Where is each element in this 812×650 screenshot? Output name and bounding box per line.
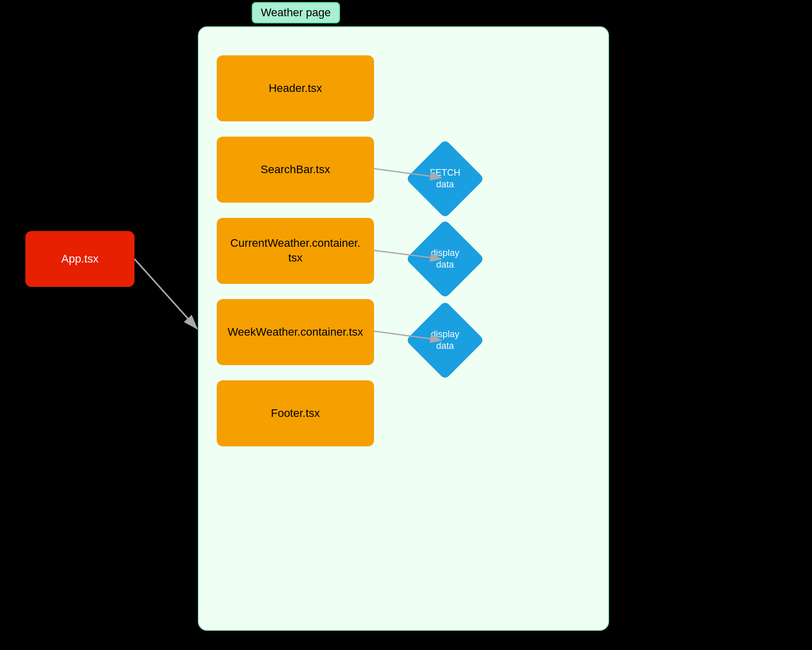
diagram-container: Weather page Header.tsx SearchBar.tsx Cu… xyxy=(0,0,812,650)
display-data-diamond-2: display data xyxy=(417,312,473,368)
svg-line-1 xyxy=(134,259,197,329)
fetch-data-diamond: FETCH data xyxy=(417,151,473,207)
weather-page-tab[interactable]: Weather page xyxy=(252,2,340,23)
app-tsx-box[interactable]: App.tsx xyxy=(25,231,134,287)
week-weather-component-box[interactable]: WeekWeather.container.tsx xyxy=(217,299,374,365)
current-weather-component-box[interactable]: CurrentWeather.container. tsx xyxy=(217,218,374,284)
header-component-box[interactable]: Header.tsx xyxy=(217,55,374,121)
footer-component-box[interactable]: Footer.tsx xyxy=(217,380,374,446)
searchbar-component-box[interactable]: SearchBar.tsx xyxy=(217,137,374,203)
weather-page-panel: Header.tsx SearchBar.tsx CurrentWeather.… xyxy=(198,26,609,631)
display-data-diamond-1: display data xyxy=(417,231,473,287)
